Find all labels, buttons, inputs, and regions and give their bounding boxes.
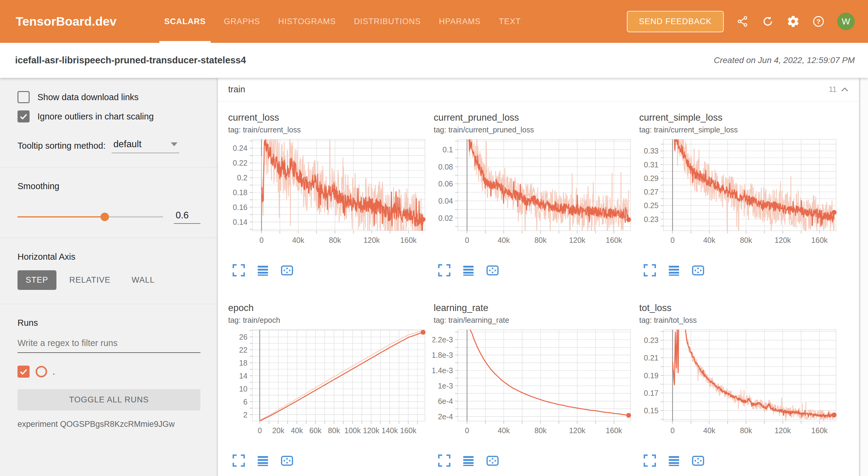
svg-text:6e-4: 6e-4 xyxy=(438,397,453,405)
runs-filter-input[interactable] xyxy=(18,338,200,353)
fit-to-data-icon[interactable] xyxy=(486,454,499,468)
tab-graphs[interactable]: GRAPHS xyxy=(215,0,269,43)
chevron-up-icon[interactable] xyxy=(841,87,849,92)
toggle-all-runs-button[interactable]: TOGGLE ALL RUNS xyxy=(18,389,200,411)
chart-actions xyxy=(643,263,843,277)
svg-text:2e-4: 2e-4 xyxy=(438,412,453,421)
chart-tag: tag: train/learning_rate xyxy=(434,316,638,324)
svg-text:1e-3: 1e-3 xyxy=(438,382,453,390)
chart-title: epoch xyxy=(228,303,433,313)
fullscreen-icon[interactable] xyxy=(232,454,246,468)
run-checkbox-icon[interactable] xyxy=(18,366,30,378)
chart-plot-current_simple_loss[interactable]: 040k80k120k160k0.330.310.290.270.250.23 xyxy=(638,138,837,260)
svg-text:14: 14 xyxy=(239,372,247,380)
chart-plot-learning_rate[interactable]: 040k80k120k160k2.2e-31.8e-31.4e-31e-36e-… xyxy=(433,329,632,451)
horizontal-bars-icon[interactable] xyxy=(667,263,681,277)
svg-text:160k: 160k xyxy=(606,236,622,244)
checkbox-label: Ignore outliers in chart scaling xyxy=(37,112,154,122)
chart-plot-epoch[interactable]: 020k40k60k80k100k120k140k160k26221814106… xyxy=(227,329,426,451)
fullscreen-icon[interactable] xyxy=(643,263,657,277)
user-avatar[interactable]: W xyxy=(837,13,855,30)
horizontal-bars-icon[interactable] xyxy=(462,263,475,277)
ignore-outliers-checkbox[interactable]: Ignore outliers in chart scaling xyxy=(18,110,200,123)
tab-text[interactable]: TEXT xyxy=(490,0,530,43)
axis-wall-button[interactable]: WALL xyxy=(123,270,163,290)
svg-text:0.31: 0.31 xyxy=(644,160,658,169)
axis-relative-button[interactable]: RELATIVE xyxy=(61,270,119,290)
charts-grid: current_losstag: train/current_loss040k8… xyxy=(218,101,859,476)
chart-tag: tag: train/current_loss xyxy=(228,126,433,134)
horizontal-bars-icon[interactable] xyxy=(462,454,475,468)
header-actions: SEND FEEDBACK ? W xyxy=(627,0,855,43)
svg-text:40k: 40k xyxy=(703,236,716,244)
chart-card-current_simple_loss: current_simple_losstag: train/current_si… xyxy=(638,112,843,277)
svg-text:0: 0 xyxy=(258,426,262,435)
svg-text:2: 2 xyxy=(243,411,247,419)
chart-actions xyxy=(643,454,843,468)
fit-to-data-icon[interactable] xyxy=(691,263,705,277)
svg-text:80k: 80k xyxy=(329,236,341,244)
tab-scalars[interactable]: SCALARS xyxy=(155,0,215,43)
run-row[interactable]: . xyxy=(18,366,200,378)
svg-text:40k: 40k xyxy=(703,426,716,435)
svg-text:6: 6 xyxy=(243,398,247,406)
tab-histograms[interactable]: HISTOGRAMS xyxy=(269,0,345,43)
show-download-links-checkbox[interactable]: Show data download links xyxy=(18,91,200,103)
chart-plot-tot_loss[interactable]: 040k80k120k160k0.230.210.190.170.15 xyxy=(638,329,837,451)
svg-text:120k: 120k xyxy=(569,236,586,244)
help-icon[interactable]: ? xyxy=(812,15,825,28)
tab-distributions[interactable]: DISTRIBUTIONS xyxy=(345,0,430,43)
svg-text:0.21: 0.21 xyxy=(644,353,658,362)
chart-actions xyxy=(437,454,638,468)
svg-text:80k: 80k xyxy=(328,426,340,435)
train-section-header[interactable]: train 11 xyxy=(218,78,859,101)
section-count: 11 xyxy=(829,85,837,94)
horizontal-bars-icon[interactable] xyxy=(256,454,270,468)
fit-to-data-icon[interactable] xyxy=(486,263,499,277)
tooltip-sorting-select[interactable]: default xyxy=(112,139,179,153)
settings-gear-icon[interactable] xyxy=(786,15,800,28)
fit-to-data-icon[interactable] xyxy=(280,454,294,468)
tooltip-sorting-label: Tooltip sorting method: xyxy=(18,141,105,153)
scrollbar[interactable] xyxy=(860,78,868,476)
fullscreen-icon[interactable] xyxy=(643,454,657,468)
chart-title: current_pruned_loss xyxy=(434,112,638,123)
svg-text:120k: 120k xyxy=(363,236,380,244)
chart-title: current_simple_loss xyxy=(639,112,843,123)
fullscreen-icon[interactable] xyxy=(232,263,246,277)
checkbox-unchecked-icon[interactable] xyxy=(18,91,30,103)
horizontal-bars-icon[interactable] xyxy=(256,263,270,277)
chart-plot-current_loss[interactable]: 040k80k120k160k0.240.220.20.180.160.14 xyxy=(227,138,426,260)
horizontal-bars-icon[interactable] xyxy=(667,454,681,468)
fit-to-data-icon[interactable] xyxy=(691,454,705,468)
svg-text:80k: 80k xyxy=(740,426,752,435)
slider-thumb[interactable] xyxy=(100,213,109,221)
smoothing-value-field[interactable]: 0.6 xyxy=(174,210,200,224)
chart-plot-current_pruned_loss[interactable]: 040k80k120k160k0.10.080.060.040.02 xyxy=(433,138,632,260)
svg-text:60k: 60k xyxy=(309,426,322,435)
svg-text:18: 18 xyxy=(239,359,247,367)
svg-text:0.24: 0.24 xyxy=(233,144,247,152)
svg-text:80k: 80k xyxy=(740,236,752,244)
svg-text:22: 22 xyxy=(239,346,247,354)
svg-text:1.4e-3: 1.4e-3 xyxy=(433,366,453,375)
svg-text:0.15: 0.15 xyxy=(644,406,658,415)
refresh-icon[interactable] xyxy=(761,15,774,28)
share-icon[interactable] xyxy=(736,15,749,28)
scalars-card: train 11 current_losstag: train/current_… xyxy=(218,78,859,476)
smoothing-slider[interactable] xyxy=(18,216,163,218)
experiment-bar: icefall-asr-librispeech-pruned-transduce… xyxy=(0,43,868,78)
send-feedback-button[interactable]: SEND FEEDBACK xyxy=(627,11,724,32)
chart-card-learning_rate: learning_ratetag: train/learning_rate040… xyxy=(433,303,638,468)
axis-step-button[interactable]: STEP xyxy=(18,270,56,290)
checkbox-checked-icon[interactable] xyxy=(18,110,30,123)
tab-hparams[interactable]: HPARAMS xyxy=(430,0,490,43)
divider xyxy=(0,167,218,167)
fit-to-data-icon[interactable] xyxy=(280,263,294,277)
run-color-swatch-icon xyxy=(36,366,47,377)
tooltip-sorting-value: default xyxy=(114,139,142,150)
fullscreen-icon[interactable] xyxy=(437,263,451,277)
fullscreen-icon[interactable] xyxy=(437,454,451,468)
svg-text:0.23: 0.23 xyxy=(644,336,658,345)
run-name: . xyxy=(53,367,55,377)
